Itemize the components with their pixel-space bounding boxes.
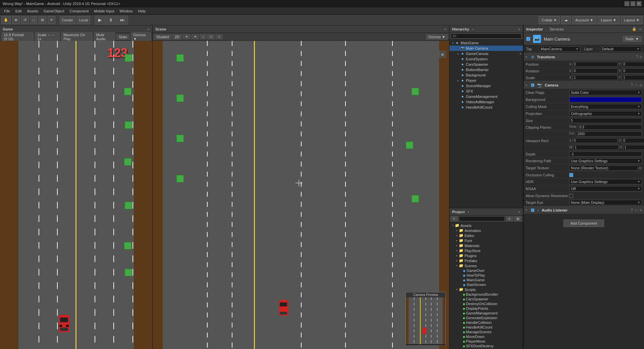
camera-help-icon[interactable]: ? bbox=[631, 83, 633, 88]
fx-btn[interactable]: ✦ bbox=[192, 34, 199, 39]
project-search-input[interactable] bbox=[459, 216, 505, 221]
hierarchy-item-gamemanagement[interactable]: ■ GameManagement bbox=[449, 94, 523, 99]
scene-expand-btn[interactable]: ⊞ bbox=[439, 51, 446, 58]
project-playermove[interactable]: ■ PlayerMove bbox=[449, 339, 523, 344]
hierarchy-item-maingame[interactable]: ▾ ■ MainGame bbox=[449, 40, 523, 46]
collab-button[interactable]: Collab ▼ bbox=[539, 16, 560, 24]
size-field[interactable] bbox=[569, 118, 642, 123]
project-handlekillcount-script[interactable]: ■ HandleKillCount bbox=[449, 325, 523, 330]
menu-window[interactable]: Window bbox=[117, 8, 135, 14]
menu-component[interactable]: Component bbox=[67, 8, 91, 14]
project-editor[interactable]: ▸ 📁 Editor bbox=[449, 233, 523, 238]
transform-settings-icon[interactable]: ? bbox=[636, 55, 638, 59]
audio-btn[interactable]: ♪ bbox=[200, 34, 206, 39]
project-add-btn[interactable]: + bbox=[451, 216, 458, 221]
projection-dropdown[interactable]: Orthographic ▼ bbox=[569, 111, 642, 116]
minimize-btn[interactable]: – bbox=[625, 1, 629, 6]
vp-x-field[interactable] bbox=[573, 138, 618, 143]
lighting-btn[interactable]: ☀ bbox=[183, 34, 191, 39]
gizmos-btn[interactable]: Gizmos ▼ bbox=[131, 32, 151, 42]
inspector-lock-icon[interactable]: 🔒 bbox=[632, 27, 637, 31]
project-playstore[interactable]: ▸ 📁 PlayStore bbox=[449, 248, 523, 253]
target-texture-dropdown[interactable]: None (Render Texture) bbox=[569, 165, 638, 171]
project-sfxdontdestroy[interactable]: ■ SFXDontDestroy bbox=[449, 344, 523, 348]
add-component-button[interactable]: Add Component bbox=[564, 220, 604, 227]
background-color-swatch[interactable] bbox=[569, 97, 642, 102]
hierarchy-item-gamecanvas[interactable]: ▸ ■ GameCanvas ▸ bbox=[449, 51, 523, 56]
camera-settings-icon[interactable]: ↑↓ bbox=[634, 83, 638, 88]
skybox-btn[interactable]: ⬡ bbox=[207, 34, 215, 39]
stats-btn[interactable]: Stats bbox=[116, 34, 129, 40]
project-plugins[interactable]: ▸ 📁 Plugins bbox=[449, 253, 523, 258]
culling-mask-dropdown[interactable]: Everything ▼ bbox=[569, 104, 642, 109]
local-toggle[interactable]: Local bbox=[77, 16, 90, 24]
menu-file[interactable]: File bbox=[1, 8, 13, 14]
rot-x-field[interactable] bbox=[573, 68, 618, 73]
close-btn[interactable]: ✕ bbox=[637, 1, 641, 6]
far-field[interactable] bbox=[576, 131, 642, 136]
rot-y-field[interactable] bbox=[622, 68, 644, 73]
tool-scale[interactable]: □ bbox=[30, 16, 37, 24]
hierarchy-search-input[interactable] bbox=[451, 34, 522, 39]
project-maingame-scene[interactable]: ◆ MainGame bbox=[449, 278, 523, 282]
audio-enabled-check[interactable]: ✓ bbox=[531, 209, 534, 212]
project-managescenes[interactable]: ■ ManageScenes bbox=[449, 330, 523, 334]
project-displaypoints[interactable]: ■ DisplayPoints bbox=[449, 306, 523, 311]
msaa-dropdown[interactable]: Off ▼ bbox=[569, 186, 642, 191]
project-handlecollision[interactable]: ■ HandleCollision bbox=[449, 320, 523, 325]
clear-flags-dropdown[interactable]: Solid Color ▼ bbox=[569, 90, 642, 95]
project-gameover[interactable]: ◆ GameOver bbox=[449, 268, 523, 273]
step-button[interactable]: ⏭ bbox=[117, 16, 128, 24]
occlusion-checkbox[interactable]: ✓ bbox=[569, 173, 573, 177]
transform-menu-icon[interactable]: ≡ bbox=[640, 55, 642, 59]
audio-menu-icon[interactable]: ≡ bbox=[640, 208, 642, 213]
pos-x-field[interactable] bbox=[573, 62, 618, 67]
project-movedown[interactable]: ■ MoveDown bbox=[449, 334, 523, 339]
layers-button[interactable]: Layers ▼ bbox=[598, 16, 620, 24]
scene-gizmos-btn[interactable]: Gizmos ▼ bbox=[426, 34, 448, 40]
tool-rect[interactable]: ⊞ bbox=[39, 16, 46, 24]
rendering-path-dropdown[interactable]: Use Graphics Settings ▼ bbox=[569, 158, 642, 164]
play-button[interactable]: ▶ bbox=[95, 16, 105, 24]
fog-btn[interactable]: ≈ bbox=[216, 34, 223, 39]
tool-move[interactable]: ⊕ bbox=[12, 16, 20, 24]
project-assets[interactable]: ▾ 📁 Assets bbox=[449, 223, 523, 228]
depth-field[interactable] bbox=[569, 152, 642, 157]
vp-y-field[interactable] bbox=[622, 138, 644, 143]
vp-h-field[interactable] bbox=[623, 145, 644, 150]
project-animation[interactable]: ▸ 📁 Animation bbox=[449, 228, 523, 233]
maximize-btn[interactable]: □ bbox=[631, 1, 635, 6]
hierarchy-item-eventsystem[interactable]: ■ EventSystem bbox=[449, 56, 523, 62]
tool-transform[interactable]: ✕ bbox=[48, 16, 55, 24]
mute-audio-btn[interactable]: Mute Audio bbox=[94, 32, 115, 42]
vp-w-field[interactable] bbox=[573, 145, 619, 150]
menu-gameobject[interactable]: GameObject bbox=[41, 8, 67, 14]
transform-collapse-arrow[interactable]: ▾ bbox=[526, 55, 530, 59]
resolution-btn[interactable]: 16:9 Portrait (9:16) bbox=[1, 32, 34, 42]
maximize-on-play[interactable]: Maximize On Play bbox=[61, 32, 92, 42]
project-generateexplosion[interactable]: ■ GenerateExplosion bbox=[449, 315, 523, 320]
static-dropdown-btn[interactable]: Static ▼ bbox=[623, 36, 641, 42]
hierarchy-item-maincamera[interactable]: 📷 Main Camera bbox=[449, 46, 523, 51]
scale-y-field[interactable] bbox=[622, 75, 644, 80]
inspector-menu-icon[interactable]: ≡ bbox=[639, 27, 641, 31]
near-field[interactable] bbox=[578, 125, 642, 130]
menu-edit[interactable]: Edit bbox=[13, 8, 24, 14]
target-eye-dropdown[interactable]: None (Main Display) ▼ bbox=[569, 200, 642, 205]
scene-cursor[interactable] bbox=[296, 180, 302, 186]
project-scenes[interactable]: ▾ 📁 Scenes bbox=[449, 263, 523, 268]
services-btn[interactable]: Services bbox=[550, 27, 564, 31]
object-name-field[interactable] bbox=[544, 37, 620, 42]
project-startscreen[interactable]: ◆ StartScreen bbox=[449, 282, 523, 287]
project-font[interactable]: ▸ 📁 Font bbox=[449, 238, 523, 243]
audio-settings-icon[interactable]: ↑↓ bbox=[634, 208, 638, 213]
scale-btn[interactable]: Scale ←→ 1x bbox=[35, 32, 60, 42]
center-toggle[interactable]: Center bbox=[60, 16, 75, 24]
menu-help[interactable]: Help bbox=[135, 8, 148, 14]
hdr-dropdown[interactable]: Use Graphics Settings ▼ bbox=[569, 179, 642, 184]
tag-dropdown[interactable]: MainCamera ▼ bbox=[539, 46, 580, 52]
tool-rotate[interactable]: ↺ bbox=[21, 16, 29, 24]
dynamic-res-checkbox[interactable] bbox=[569, 194, 573, 198]
layer-dropdown[interactable]: Default ▼ bbox=[600, 46, 641, 52]
audio-help-icon[interactable]: ? bbox=[631, 208, 633, 213]
